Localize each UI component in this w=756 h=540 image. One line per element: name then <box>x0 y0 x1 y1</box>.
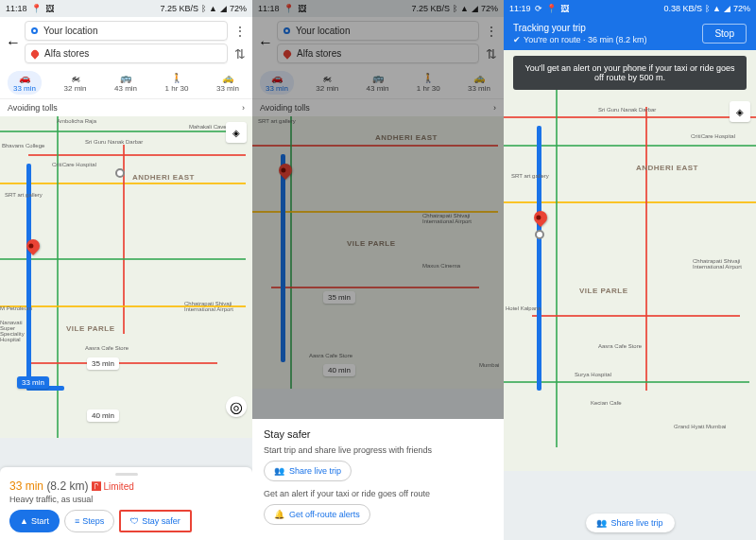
get-offroute-alerts-button[interactable]: 🔔Get off-route alerts <box>264 504 370 525</box>
gallery-icon: 🖼 <box>45 4 54 13</box>
chevron-right-icon: › <box>242 103 245 113</box>
mode-ride[interactable]: 🚕33 min <box>462 71 496 95</box>
mode-two-wheeler[interactable]: 🏍32 min <box>59 71 93 95</box>
place-surya: Surya Hospital <box>575 372 611 377</box>
bus-icon: 🚌 <box>120 73 131 83</box>
navigate-icon: ▲ <box>20 516 28 526</box>
wifi-icon: ▲ <box>209 4 217 13</box>
place-airport: Chhatrapati Shivaji International Airpor… <box>184 301 236 312</box>
location-icon: 📍 <box>284 4 294 13</box>
place-aasra: Aasra Cafe Store <box>85 345 129 351</box>
sync-icon: ⟳ <box>535 4 542 13</box>
stay-safer-sheet: Stay safer Start trip and share live pro… <box>252 419 504 540</box>
place-bhawans: Bhavans College <box>2 143 44 148</box>
location-icon: 📍 <box>546 4 557 13</box>
mode-two-wheeler[interactable]: 🏍32 min <box>310 71 344 95</box>
map-canvas[interactable]: ANDHERI EAST VILE PARLE Ambolicha Raja M… <box>0 116 252 438</box>
back-icon[interactable]: ← <box>6 34 19 51</box>
options-label: Avoiding tolls <box>8 103 58 113</box>
place-mumbai: Mumbai <box>479 362 499 368</box>
signal-icon: ◢ <box>220 4 227 13</box>
place-nanavati: Nanavati Super Speciality Hospital <box>0 320 38 342</box>
share-live-trip-button[interactable]: 👥Share live trip <box>585 514 674 532</box>
place-criticare: CritiCare Hospital <box>52 162 96 167</box>
bell-icon: 🔔 <box>274 510 284 519</box>
people-icon: 👥 <box>274 466 284 476</box>
place-srt: SRT art gallery <box>5 192 43 198</box>
stay-safer-title: Stay safer <box>264 428 492 440</box>
swap-icon[interactable]: ⇅ <box>234 46 246 61</box>
status-bar: 11:18 📍 🖼 7.25 KB/S ᛒ ▲ ◢ 72% <box>0 0 252 17</box>
car-icon: 🚗 <box>19 73 30 83</box>
eta-distance: (8.2 km) <box>46 479 88 493</box>
place-amboli: Ambolicha Raja <box>57 118 96 124</box>
place-hyatt: Grand Hyatt Mumbai <box>674 424 726 429</box>
layers-button[interactable]: ◈ <box>226 122 247 143</box>
layers-button[interactable]: ◈ <box>730 101 750 122</box>
gallery-icon: 🖼 <box>298 4 306 13</box>
back-icon[interactable]: ← <box>258 34 271 51</box>
steps-button[interactable]: ≡Steps <box>64 510 114 532</box>
route-sheet[interactable]: 33 min (8.2 km) 🅿 Limited Heavy traffic,… <box>0 467 252 540</box>
mode-drive[interactable]: 🚗33 min <box>260 71 294 95</box>
status-bar: 11:19⟳📍🖼 0.38 KB/Sᛒ▲◢72% <box>504 0 756 17</box>
mode-drive[interactable]: 🚗33 min <box>8 71 42 95</box>
origin-input[interactable]: Your location <box>277 21 479 41</box>
destination-input[interactable]: Alfa stores <box>25 44 228 63</box>
tracking-title: Tracking your trip <box>513 23 646 33</box>
directions-header: ← Your location Alfa stores ⋮⇅ 🚗33 min 🏍… <box>252 17 504 98</box>
stay-safer-button[interactable]: 🛡Stay safer <box>119 510 192 532</box>
offroute-description: Get an alert if your taxi or ride goes o… <box>264 489 492 498</box>
origin-marker <box>115 168 125 178</box>
status-bar: 11:18📍🖼 7.25 KB/Sᛒ▲◢72% <box>252 0 504 17</box>
gallery-icon: 🖼 <box>560 4 569 13</box>
more-icon[interactable]: ⋮ <box>485 24 498 39</box>
mode-transit[interactable]: 🚌43 min <box>109 71 143 95</box>
share-description: Start trip and share live progress with … <box>264 445 492 455</box>
origin-text: Your location <box>43 26 97 36</box>
place-srt: SRT art gallery <box>258 118 296 124</box>
my-location-button[interactable]: ◎ <box>226 396 247 417</box>
battery-label: 72% <box>230 4 247 13</box>
route-alt1-chip[interactable]: 35 min <box>323 291 355 304</box>
place-airport: Chhatrapati Shivaji International Airpor… <box>693 258 745 270</box>
destination-marker <box>531 208 550 227</box>
traffic-status: Heavy traffic, as usual <box>9 495 243 504</box>
map-canvas[interactable]: You'll get an alert on your phone if you… <box>504 50 756 471</box>
sheet-handle[interactable] <box>115 473 138 476</box>
tracking-subtitle: You're on route · 36 min (8.2 km) <box>524 35 646 44</box>
mode-walk[interactable]: 🚶1 hr 30 <box>411 71 446 95</box>
mode-walk[interactable]: 🚶1 hr 30 <box>160 71 195 95</box>
chevron-right-icon: › <box>493 103 496 113</box>
shield-icon: 🛡 <box>130 516 139 526</box>
area-andheri: ANDHERI EAST <box>132 173 195 182</box>
taxi-icon: 🚕 <box>222 73 233 83</box>
route-alt2-chip[interactable]: 40 min <box>87 409 119 422</box>
stop-button[interactable]: Stop <box>702 24 747 44</box>
destination-text: Alfa stores <box>44 48 89 59</box>
start-button[interactable]: ▲Start <box>9 510 60 532</box>
tracking-header: Tracking your trip ✔You're on route · 36… <box>504 17 756 50</box>
origin-input[interactable]: Your location <box>25 21 228 41</box>
destination-pin-icon <box>29 48 40 59</box>
place-mahakali: Mahakali Caves <box>189 124 230 130</box>
mode-transit[interactable]: 🚌43 min <box>361 71 395 95</box>
place-kecian: Kecian Cafe <box>591 400 622 406</box>
place-petroleum: M Petroleum <box>0 305 32 311</box>
swap-icon[interactable]: ⇅ <box>486 46 497 61</box>
share-live-trip-button[interactable]: 👥Share live trip <box>264 461 352 481</box>
route-options[interactable]: Avoiding tolls › <box>0 98 252 116</box>
parking-limited: 🅿 Limited <box>92 481 134 492</box>
mode-ride[interactable]: 🚕33 min <box>211 71 245 95</box>
directions-header: ← Your location Alfa stores ⋮ ⇅ <box>0 17 252 98</box>
check-icon: ✔ <box>513 35 521 44</box>
route-alt2-chip[interactable]: 40 min <box>323 364 355 376</box>
destination-input[interactable]: Alfa stores <box>277 44 479 63</box>
route-alt1-chip[interactable]: 35 min <box>87 357 119 370</box>
route-primary-chip[interactable]: 33 min <box>17 376 49 389</box>
people-icon: 👥 <box>596 518 607 528</box>
map-canvas[interactable]: ANDHERI EAST VILE PARLE SRT art gallery … <box>252 116 504 389</box>
more-icon[interactable]: ⋮ <box>233 24 247 39</box>
route-options[interactable]: Avoiding tolls› <box>252 98 504 116</box>
walk-icon: 🚶 <box>171 73 182 83</box>
